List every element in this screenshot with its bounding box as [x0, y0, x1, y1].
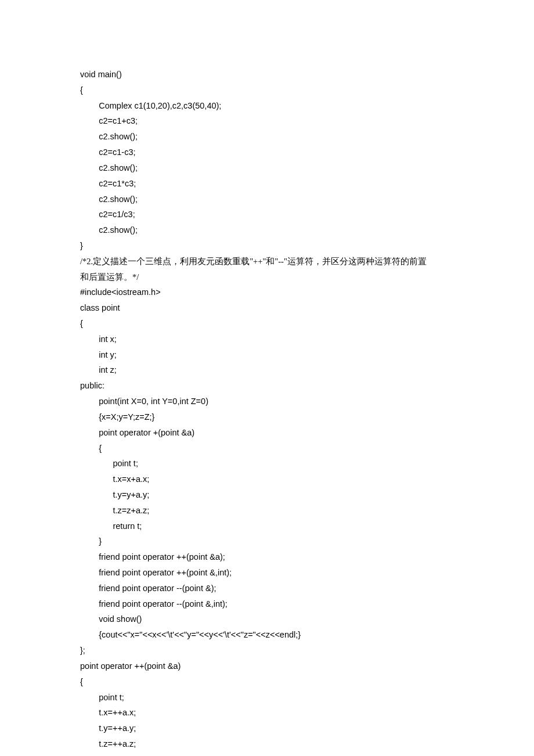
- code-line: point operator ++(point &a): [80, 658, 454, 674]
- code-line: return t;: [80, 519, 454, 534]
- code-line: }: [80, 238, 454, 254]
- code-line: t.z=++a.z;: [80, 736, 454, 752]
- document-page: void main() { Complex c1(10,20),c2,c3(50…: [0, 0, 534, 756]
- code-line: c2=c1+c3;: [80, 113, 454, 129]
- code-line: friend point operator ++(point &a);: [80, 549, 454, 565]
- code-line: c2=c1*c3;: [80, 176, 454, 192]
- code-line: {x=X;y=Y;z=Z;}: [80, 409, 454, 425]
- code-line: int y;: [80, 347, 454, 363]
- code-line: {: [80, 441, 454, 456]
- code-line: point t;: [80, 690, 454, 705]
- code-line: {: [80, 316, 454, 332]
- code-comment-line: /*2.定义描述一个三维点，利用友元函数重载"++"和"--"运算符，并区分这两…: [80, 254, 454, 269]
- code-line: friend point operator ++(point &,int);: [80, 565, 454, 581]
- code-line: c2.show();: [80, 160, 454, 176]
- code-line: int x;: [80, 332, 454, 347]
- code-line: friend point operator --(point &,int);: [80, 596, 454, 612]
- code-line: }: [80, 534, 454, 549]
- code-line: point t;: [80, 456, 454, 471]
- code-line: {: [80, 674, 454, 690]
- code-line: t.x=x+a.x;: [80, 471, 454, 487]
- code-line: t.y=y+a.y;: [80, 487, 454, 503]
- code-line: point operator +(point &a): [80, 425, 454, 441]
- code-line: c2=c1/c3;: [80, 207, 454, 222]
- code-line: c2.show();: [80, 222, 454, 238]
- code-line: class point: [80, 300, 454, 316]
- code-line: t.y=++a.y;: [80, 721, 454, 736]
- code-comment-line: 和后置运算。*/: [80, 269, 454, 285]
- code-line: {cout<<"x="<<x<<'\t'<<"y="<<y<<'\t'<<"z=…: [80, 627, 454, 643]
- code-line: public:: [80, 378, 454, 394]
- code-line: point(int X=0, int Y=0,int Z=0): [80, 394, 454, 409]
- code-line: c2.show();: [80, 129, 454, 145]
- code-line: {: [80, 82, 454, 98]
- code-line: int z;: [80, 362, 454, 378]
- code-line: void main(): [80, 67, 454, 82]
- code-line: c2.show();: [80, 192, 454, 207]
- code-line: void show(): [80, 611, 454, 627]
- code-line: t.z=z+a.z;: [80, 503, 454, 519]
- code-line: };: [80, 643, 454, 658]
- code-line: Complex c1(10,20),c2,c3(50,40);: [80, 98, 454, 114]
- code-line: t.x=++a.x;: [80, 705, 454, 721]
- code-line: friend point operator --(point &);: [80, 581, 454, 596]
- code-line: c2=c1-c3;: [80, 145, 454, 160]
- code-line: #include<iostream.h>: [80, 285, 454, 300]
